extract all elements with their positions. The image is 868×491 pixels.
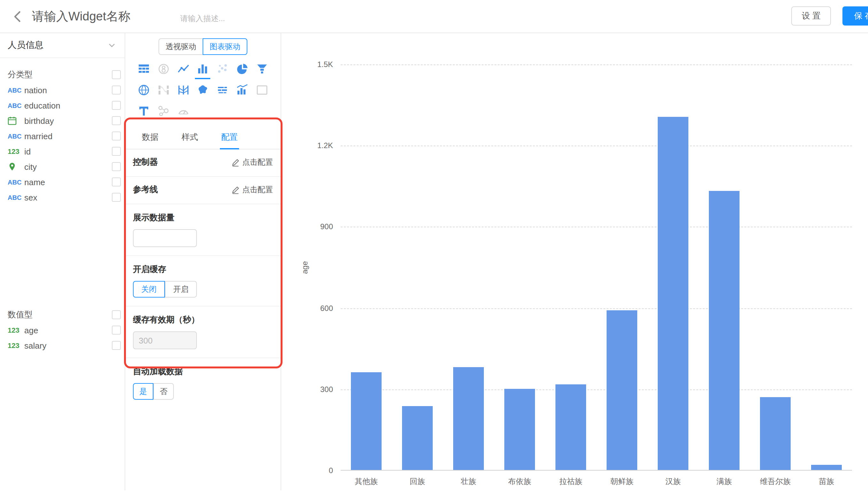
bar-回族[interactable]	[402, 406, 433, 470]
widget-name-input[interactable]	[31, 9, 172, 24]
app-window: 设 置 保 存 人员信息 分类型 ABC nation ABC	[0, 0, 868, 491]
field-name: education	[24, 100, 112, 110]
view-name-header[interactable]: 人员信息	[0, 33, 125, 58]
chart-drive-button[interactable]: 图表驱动	[202, 38, 247, 55]
tab-config[interactable]: 配置	[220, 126, 239, 149]
bar-其他族[interactable]	[351, 373, 382, 470]
data-limit-label: 展示数据量	[133, 212, 174, 222]
wordcloud-chart-icon[interactable]	[216, 84, 229, 96]
field-checkbox[interactable]	[112, 177, 121, 186]
table-chart-icon[interactable]	[138, 63, 151, 75]
plot-area: age 03006009001.2K1.5K其他族回族壮族布依族拉祜族朝鲜族汉族…	[341, 64, 852, 470]
save-button[interactable]: 保 存	[842, 6, 868, 26]
funnel-chart-icon[interactable]	[255, 63, 268, 75]
x-tick-label: 壮族	[461, 476, 476, 487]
pie-chart-icon[interactable]	[236, 63, 249, 75]
bar-chart-icon[interactable]	[196, 63, 209, 75]
category-section-header: 分类型	[8, 67, 125, 82]
pivot-drive-button[interactable]: 透视驱动	[159, 38, 202, 55]
bar-满族[interactable]	[708, 191, 740, 470]
field-checkbox[interactable]	[112, 116, 121, 125]
field-row-name[interactable]: ABC name	[8, 174, 125, 190]
field-row-education[interactable]: ABC education	[8, 98, 125, 113]
controller-configure-link[interactable]: 点击配置	[232, 157, 273, 168]
tab-style[interactable]: 样式	[180, 126, 199, 149]
drive-mode-toggle: 透视驱动 图表驱动	[159, 38, 247, 55]
relation-chart-icon	[157, 105, 170, 117]
autoload-no-button[interactable]: 否	[154, 383, 174, 400]
calendar-icon	[8, 116, 24, 125]
panel-tabs: 数据 样式 配置	[125, 126, 280, 149]
field-row-id[interactable]: 123 id	[8, 144, 125, 159]
gridline	[341, 227, 852, 228]
bar-壮族[interactable]	[453, 367, 484, 470]
bar-拉祜族[interactable]	[555, 385, 587, 470]
field-row-salary[interactable]: 123 salary	[8, 338, 125, 353]
gridline	[341, 308, 852, 309]
bar-维吾尔族[interactable]	[760, 397, 791, 470]
field-checkbox[interactable]	[112, 147, 121, 156]
bar-苗族[interactable]	[811, 464, 842, 470]
line-chart-icon[interactable]	[177, 63, 190, 75]
field-row-city[interactable]: city	[8, 159, 125, 174]
cache-on-button[interactable]: 开启	[165, 281, 197, 297]
cache-expiry-input	[133, 331, 197, 349]
field-checkbox[interactable]	[112, 101, 121, 110]
section-checkbox[interactable]	[112, 70, 121, 79]
chart-preview-area: age 03006009001.2K1.5K其他族回族壮族布依族拉祜族朝鲜族汉族…	[281, 33, 868, 490]
field-name: birthday	[24, 116, 112, 125]
chevron-down-icon[interactable]	[108, 41, 116, 49]
field-row-sex[interactable]: ABC sex	[8, 190, 125, 205]
gridline	[341, 146, 852, 146]
field-checkbox[interactable]	[112, 326, 121, 335]
field-row-married[interactable]: ABC married	[8, 128, 125, 144]
map-chart-icon[interactable]	[196, 84, 209, 96]
y-tick-label: 600	[320, 304, 333, 313]
cache-off-button[interactable]: 关闭	[133, 281, 165, 297]
text-chart-icon[interactable]	[138, 105, 151, 117]
x-tick-label: 汉族	[666, 476, 681, 487]
parallel-chart-icon[interactable]	[177, 84, 190, 96]
settings-button[interactable]: 设 置	[792, 6, 831, 26]
bar-汉族[interactable]	[657, 117, 689, 470]
cache-expiry-label: 缓存有效期（秒）	[133, 315, 199, 324]
cache-label: 开启缓存	[133, 264, 166, 274]
field-row-nation[interactable]: ABC nation	[8, 82, 125, 98]
waterfall-chart-icon[interactable]	[236, 84, 249, 96]
controller-label: 控制器	[133, 156, 158, 168]
cache-block: 开启缓存 关闭 开启	[125, 256, 280, 307]
field-sidebar: 人员信息 分类型 ABC nation ABC education	[0, 33, 125, 490]
bar-朝鲜族[interactable]	[606, 310, 638, 470]
back-button[interactable]	[9, 7, 27, 25]
x-tick-label: 拉祜族	[559, 476, 582, 487]
field-checkbox[interactable]	[112, 193, 121, 202]
string-type-badge: ABC	[8, 87, 24, 93]
tab-data[interactable]: 数据	[141, 126, 160, 149]
data-limit-block: 展示数据量	[125, 204, 280, 256]
radar-chart-icon[interactable]	[138, 84, 151, 96]
widget-description-input[interactable]	[179, 13, 265, 23]
field-checkbox[interactable]	[112, 86, 121, 94]
autoload-block: 自动加载数据 是 否	[125, 358, 280, 408]
scorecard-chart-icon	[157, 63, 170, 75]
field-row-age[interactable]: 123 age	[8, 322, 125, 338]
reference-line-configure-link[interactable]: 点击配置	[232, 184, 273, 195]
field-name: nation	[24, 85, 112, 95]
field-name: married	[24, 131, 112, 141]
y-tick-label: 300	[320, 385, 333, 394]
field-checkbox[interactable]	[112, 162, 121, 171]
autoload-yes-button[interactable]: 是	[133, 383, 154, 400]
cache-toggle-group: 关闭 开启	[133, 281, 273, 297]
y-tick-label: 0	[329, 466, 333, 475]
location-pin-icon	[8, 162, 24, 171]
data-limit-input[interactable]	[133, 229, 197, 247]
bar-布依族[interactable]	[504, 389, 535, 470]
section-checkbox[interactable]	[112, 310, 121, 319]
field-checkbox[interactable]	[112, 341, 121, 350]
field-checkbox[interactable]	[112, 132, 121, 141]
section-label: 分类型	[8, 69, 33, 81]
chart-type-grid	[125, 55, 280, 117]
sankey-chart-icon	[157, 84, 170, 96]
x-tick-label: 朝鲜族	[611, 476, 633, 487]
field-row-birthday[interactable]: birthday	[8, 113, 125, 128]
